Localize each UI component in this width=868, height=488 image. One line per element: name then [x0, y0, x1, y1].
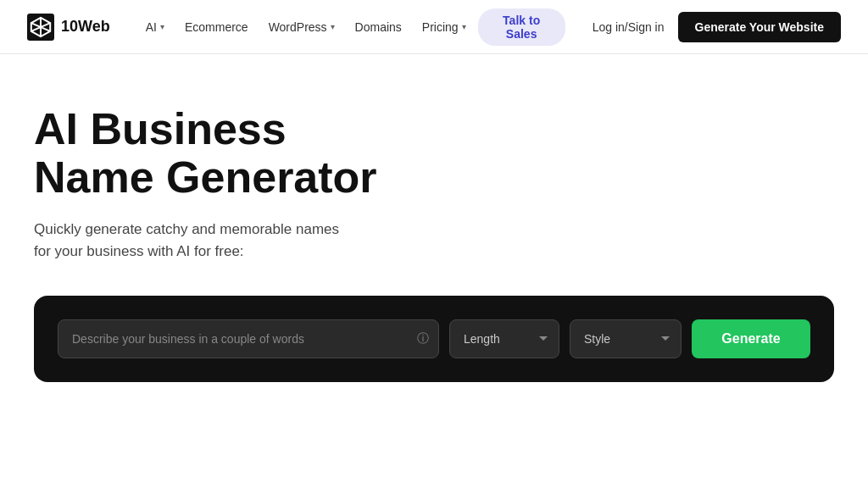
generator-panel: ⓘ Length Short Medium Long Style Profess… — [34, 296, 834, 382]
main-content: AI Business Name Generator Quickly gener… — [0, 54, 868, 382]
login-link[interactable]: Log in/Sign in — [593, 20, 665, 34]
nav-item-pricing[interactable]: Pricing ▾ — [414, 15, 475, 39]
header: 10Web AI ▾ Ecommerce WordPress ▾ Domains… — [0, 0, 868, 54]
generate-names-button[interactable]: Generate — [692, 319, 810, 358]
nav-item-domains[interactable]: Domains — [347, 15, 410, 39]
nav-item-ai[interactable]: AI ▾ — [137, 15, 173, 39]
nav-item-ecommerce[interactable]: Ecommerce — [176, 15, 257, 39]
chevron-down-icon: ▾ — [331, 22, 335, 31]
info-icon: ⓘ — [417, 331, 429, 347]
generate-website-button[interactable]: Generate Your Website — [678, 12, 842, 42]
length-dropdown[interactable]: Length Short Medium Long — [449, 319, 559, 358]
logo[interactable]: 10Web — [27, 14, 110, 41]
hero-title: AI Business Name Generator — [34, 105, 458, 202]
main-nav: AI ▾ Ecommerce WordPress ▾ Domains Prici… — [137, 8, 565, 46]
chevron-down-icon: ▾ — [462, 22, 466, 31]
header-right: Log in/Sign in Generate Your Website — [593, 12, 841, 42]
style-dropdown[interactable]: Style Professional Creative Playful Eleg… — [570, 319, 682, 358]
logo-icon — [27, 14, 54, 41]
chevron-down-icon: ▾ — [160, 22, 164, 31]
hero-subtitle: Quickly generate catchy and memorable na… — [34, 219, 356, 262]
talk-to-sales-button[interactable]: Talk to Sales — [478, 8, 565, 46]
logo-text: 10Web — [61, 18, 110, 36]
business-input-wrapper: ⓘ — [58, 319, 439, 358]
nav-item-wordpress[interactable]: WordPress ▾ — [260, 15, 343, 39]
business-description-input[interactable] — [58, 319, 439, 358]
